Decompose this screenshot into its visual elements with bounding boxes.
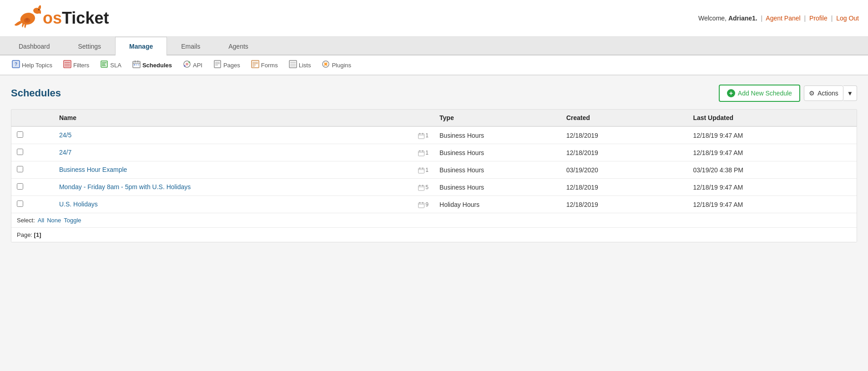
row-checkbox[interactable] [17, 201, 23, 207]
actions-button[interactable]: ⚙ Actions [804, 85, 843, 101]
header-buttons: + Add New Schedule ⚙ Actions ▼ [719, 85, 857, 102]
subnav-help-topics[interactable]: ? Help Topics [7, 58, 57, 72]
subnav-help-topics-label: Help Topics [22, 62, 52, 69]
schedules-icon [132, 60, 141, 70]
row-created-cell: 03/19/2020 [561, 161, 688, 179]
tab-emails[interactable]: Emails [167, 37, 214, 55]
profile-link[interactable]: Profile [809, 15, 828, 22]
row-created-cell: 12/18/2019 [561, 196, 688, 213]
row-updated-cell: 12/18/19 9:47 AM [687, 144, 857, 161]
subnav-forms-label: Forms [261, 62, 278, 69]
col-header-check [11, 110, 54, 126]
svg-point-5 [26, 18, 29, 20]
row-checkbox-cell [11, 179, 54, 196]
subnav-pages[interactable]: Pages [209, 58, 245, 72]
calendar-badge: 1 [418, 150, 429, 156]
subnav-schedules[interactable]: Schedules [128, 58, 177, 72]
svg-rect-31 [214, 60, 221, 68]
main-content: Schedules + Add New Schedule ⚙ Actions ▼ [0, 75, 868, 348]
svg-rect-60 [419, 185, 420, 186]
tab-dashboard[interactable]: Dashboard [5, 37, 64, 55]
row-checkbox[interactable] [17, 149, 23, 155]
forms-icon [251, 60, 259, 70]
subnav-lists[interactable]: Lists [284, 58, 316, 72]
agent-panel-link[interactable]: Agent Panel [766, 15, 800, 22]
tab-agents[interactable]: Agents [214, 37, 262, 55]
col-header-name: Name [54, 110, 434, 126]
subnav-lists-label: Lists [299, 62, 311, 69]
table-row: 24/7 1 Business Hours 12/18/2019 12/18/1… [11, 144, 857, 161]
svg-rect-64 [419, 202, 420, 203]
row-name-cell: 24/7 1 [54, 144, 434, 161]
page-info: Page: [1] [11, 227, 857, 242]
help-topics-icon: ? [12, 60, 20, 70]
row-checkbox[interactable] [17, 131, 23, 138]
svg-rect-65 [423, 202, 424, 203]
page-number: [1] [34, 231, 41, 238]
svg-rect-23 [137, 60, 138, 62]
schedule-name-link[interactable]: Business Hour Example [59, 166, 127, 173]
chevron-down-icon: ▼ [847, 90, 853, 97]
row-created-cell: 12/18/2019 [561, 144, 688, 161]
svg-rect-25 [136, 64, 137, 65]
svg-point-30 [184, 65, 186, 67]
schedule-name-link[interactable]: Monday - Friday 8am - 5pm with U.S. Holi… [59, 183, 191, 191]
col-header-created: Created [561, 110, 688, 126]
subnav-sla[interactable]: SLA [96, 58, 126, 72]
svg-rect-24 [134, 64, 135, 65]
table-row: Monday - Friday 8am - 5pm with U.S. Holi… [11, 179, 857, 196]
add-new-schedule-button[interactable]: + Add New Schedule [719, 85, 800, 102]
logout-link[interactable]: Log Out [836, 15, 859, 22]
page-title: Schedules [11, 87, 61, 99]
schedule-name-link[interactable]: 24/5 [59, 131, 71, 139]
filters-icon [63, 60, 71, 70]
svg-point-6 [38, 9, 39, 10]
actions-dropdown-button[interactable]: ▼ [843, 85, 857, 101]
row-name-cell: 24/5 1 [54, 126, 434, 144]
calendar-badge: 9 [418, 201, 429, 208]
col-header-updated: Last Updated [687, 110, 857, 126]
welcome-text: Welcome, [698, 15, 728, 22]
tab-manage[interactable]: Manage [115, 37, 167, 55]
select-toggle-link[interactable]: Toggle [64, 217, 81, 224]
actions-button-label: Actions [818, 90, 838, 97]
svg-rect-26 [138, 64, 139, 65]
row-checkbox[interactable] [17, 166, 23, 172]
row-checkbox[interactable] [17, 183, 23, 190]
select-none-link[interactable]: None [47, 217, 61, 224]
calendar-badge: 1 [418, 132, 429, 139]
svg-text:?: ? [15, 62, 17, 67]
subnav-plugins[interactable]: Plugins [317, 58, 356, 72]
svg-rect-49 [423, 133, 424, 134]
subnav-filters[interactable]: Filters [59, 58, 94, 72]
logo: osTicket [9, 5, 109, 32]
schedules-table-container: Name Type Created Last Updated 24/5 1 Bu… [11, 109, 857, 242]
schedule-name-link[interactable]: U.S. Holidays [59, 201, 98, 208]
gear-icon: ⚙ [809, 90, 815, 97]
svg-point-29 [188, 61, 190, 63]
table-row: Business Hour Example 1 Business Hours 0… [11, 161, 857, 179]
subnav-plugins-label: Plugins [332, 62, 351, 69]
svg-rect-56 [419, 167, 420, 169]
svg-rect-50 [419, 151, 424, 156]
row-name-cell: U.S. Holidays 9 [54, 196, 434, 213]
subnav-filters-label: Filters [73, 62, 89, 69]
svg-rect-39 [252, 66, 255, 67]
header-right: Welcome, Adriane1. | Agent Panel | Profi… [698, 15, 859, 22]
select-all-link[interactable]: All [38, 217, 44, 224]
tab-settings[interactable]: Settings [64, 37, 116, 55]
col-header-type: Type [434, 110, 561, 126]
subnav-api-label: API [193, 62, 202, 69]
svg-rect-58 [419, 186, 424, 191]
subnav-api[interactable]: API [178, 58, 207, 72]
separator-2: | [804, 15, 806, 22]
table-footer: Select: All None Toggle [11, 213, 857, 227]
row-created-cell: 12/18/2019 [561, 179, 688, 196]
plugins-icon [322, 60, 330, 70]
row-updated-cell: 03/19/20 4:38 PM [687, 161, 857, 179]
schedule-name-link[interactable]: 24/7 [59, 149, 71, 156]
svg-point-28 [186, 63, 188, 65]
add-button-label: Add New Schedule [738, 90, 792, 97]
subnav-forms[interactable]: Forms [247, 58, 283, 72]
svg-rect-61 [423, 185, 424, 186]
